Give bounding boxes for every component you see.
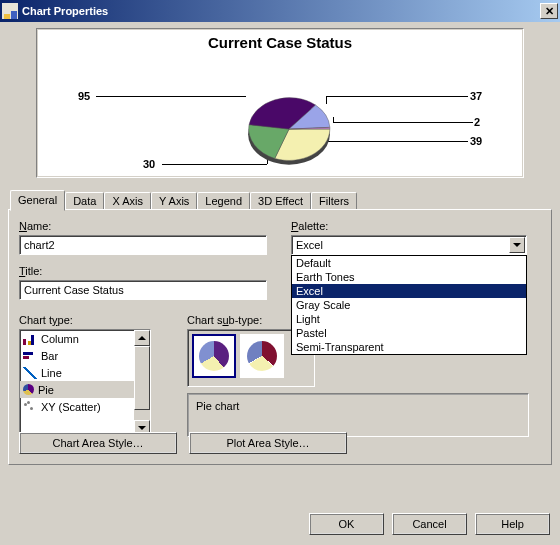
subtype-pie-exploded[interactable]: [240, 334, 284, 378]
title-label: Title:: [19, 265, 271, 277]
chart-type-scatter[interactable]: XY (Scatter): [20, 398, 134, 415]
palette-option-gray-scale[interactable]: Gray Scale: [292, 298, 526, 312]
subtype-description: Pie chart: [187, 393, 529, 437]
palette-option-default[interactable]: Default: [292, 256, 526, 270]
close-icon: ✕: [545, 6, 554, 17]
chart-type-pie[interactable]: Pie: [20, 381, 134, 398]
pie-chart: [243, 90, 335, 170]
title-bar: Chart Properties ✕: [0, 0, 560, 22]
chart-type-more[interactable]: [20, 415, 134, 432]
palette-dropdown: Default Earth Tones Excel Gray Scale Lig…: [291, 255, 527, 355]
chart-area-style-button[interactable]: Chart Area Style…: [19, 432, 177, 454]
scroll-up-button[interactable]: [134, 330, 150, 346]
pie-label-95: 95: [78, 90, 90, 102]
chart-type-label: Chart type:: [19, 314, 151, 326]
name-label: Name:: [19, 220, 271, 232]
tab-x-axis[interactable]: X Axis: [104, 192, 151, 210]
tab-legend[interactable]: Legend: [197, 192, 250, 210]
palette-select[interactable]: Excel: [291, 235, 527, 255]
pie-label-30: 30: [143, 158, 155, 170]
tab-y-axis[interactable]: Y Axis: [151, 192, 197, 210]
plot-area-style-button[interactable]: Plot Area Style…: [189, 432, 347, 454]
chart-type-bar[interactable]: Bar: [20, 347, 134, 364]
tab-data[interactable]: Data: [65, 192, 104, 210]
subtype-pie[interactable]: [192, 334, 236, 378]
app-icon: [2, 3, 18, 19]
chart-preview-frame: Current Case Status 95 30 39 2 37: [36, 28, 524, 178]
palette-option-light[interactable]: Light: [292, 312, 526, 326]
chart-type-listbox[interactable]: Column Bar Line Pie XY (Scatter): [19, 329, 151, 437]
scatter-icon: [23, 401, 37, 413]
dialog-button-row: OK Cancel Help: [309, 513, 550, 535]
tab-3d-effect[interactable]: 3D Effect: [250, 192, 311, 210]
palette-option-pastel[interactable]: Pastel: [292, 326, 526, 340]
pie-exploded-icon: [247, 341, 277, 371]
pie-label-39: 39: [470, 135, 482, 147]
chart-type-column[interactable]: Column: [20, 330, 134, 347]
pie-subtype-icon: [199, 341, 229, 371]
chart-preview: Current Case Status 95 30 39 2 37: [38, 30, 522, 176]
tab-filters[interactable]: Filters: [311, 192, 357, 210]
listbox-scrollbar[interactable]: [134, 330, 150, 436]
chart-title: Current Case Status: [38, 34, 522, 51]
chart-type-line[interactable]: Line: [20, 364, 134, 381]
palette-selected-value: Excel: [296, 239, 323, 251]
column-icon: [23, 333, 37, 345]
palette-option-semi-transparent[interactable]: Semi-Transparent: [292, 340, 526, 354]
bar-icon: [23, 350, 37, 362]
line-icon: [23, 367, 37, 379]
scroll-thumb[interactable]: [134, 346, 150, 410]
cancel-button[interactable]: Cancel: [392, 513, 467, 535]
window-title: Chart Properties: [22, 5, 540, 17]
tab-strip: General Data X Axis Y Axis Legend 3D Eff…: [8, 188, 552, 209]
tab-panel-general: Name: Title: Palette: Excel Default Eart…: [8, 209, 552, 465]
pie-label-2: 2: [474, 116, 480, 128]
chevron-down-icon[interactable]: [509, 237, 525, 253]
pie-label-37: 37: [470, 90, 482, 102]
title-input[interactable]: [19, 280, 267, 300]
ok-button[interactable]: OK: [309, 513, 384, 535]
palette-option-excel[interactable]: Excel: [292, 284, 526, 298]
blank-icon: [23, 418, 37, 430]
help-button[interactable]: Help: [475, 513, 550, 535]
pie-icon: [23, 384, 34, 395]
close-button[interactable]: ✕: [540, 3, 558, 19]
name-input[interactable]: [19, 235, 267, 255]
palette-option-earth-tones[interactable]: Earth Tones: [292, 270, 526, 284]
tab-general[interactable]: General: [10, 190, 65, 211]
palette-label: Palette:: [291, 220, 541, 232]
